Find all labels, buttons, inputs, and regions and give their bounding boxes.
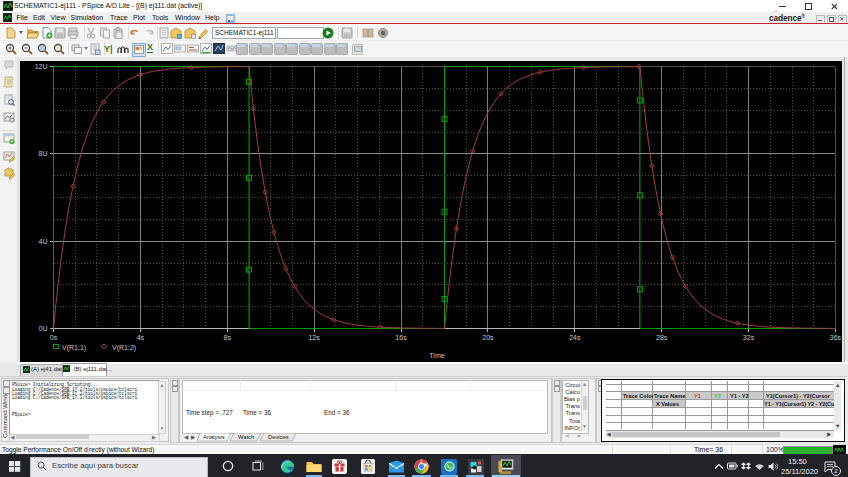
svg-text:0s: 0s [50, 334, 58, 341]
svg-text:Time: Time [429, 352, 444, 359]
svg-text:12s: 12s [308, 334, 320, 341]
svg-text:8s: 8s [224, 334, 232, 341]
svg-text:4U: 4U [39, 238, 48, 245]
svg-text:36s: 36s [830, 334, 842, 341]
svg-text:20s: 20s [482, 334, 494, 341]
svg-text:0U: 0U [39, 325, 48, 332]
svg-text:V(R1:2): V(R1:2) [112, 344, 136, 352]
svg-text:24s: 24s [569, 334, 581, 341]
svg-text:V(R1:1): V(R1:1) [62, 344, 86, 352]
svg-text:4s: 4s [137, 334, 145, 341]
svg-text:16s: 16s [395, 334, 407, 341]
svg-text:32s: 32s [743, 334, 755, 341]
svg-text:8U: 8U [39, 150, 48, 157]
svg-text:28s: 28s [656, 334, 668, 341]
svg-text:12U: 12U [35, 63, 48, 70]
